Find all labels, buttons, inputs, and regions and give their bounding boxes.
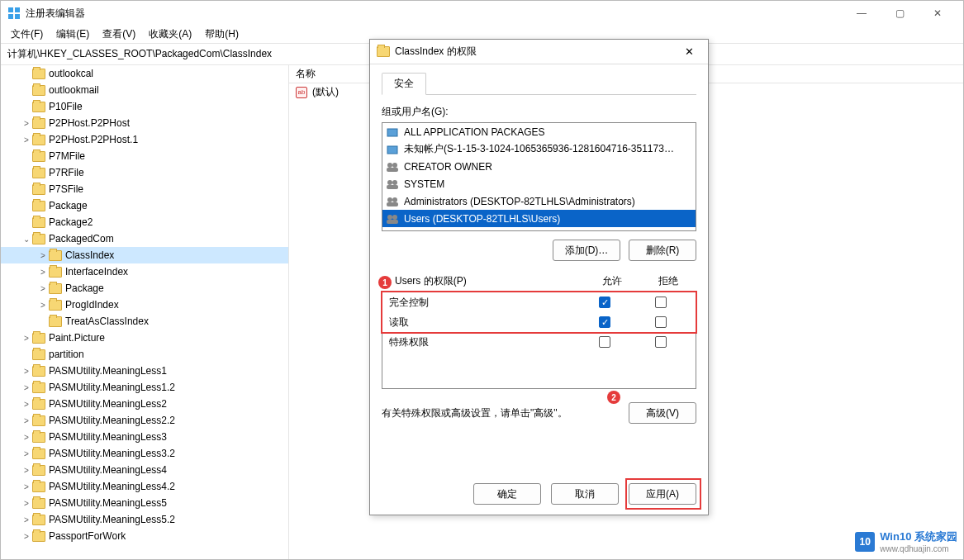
- tree-item[interactable]: >P2PHost.P2PHost.1: [1, 131, 288, 148]
- menu-edit[interactable]: 编辑(E): [51, 26, 94, 43]
- principals-list[interactable]: ALL APPLICATION PACKAGES未知帐户(S-1-15-3-10…: [382, 122, 696, 231]
- chevron-right-icon[interactable]: >: [21, 334, 32, 343]
- svg-rect-0: [8, 7, 13, 12]
- principal-row[interactable]: ALL APPLICATION PACKAGES: [382, 123, 696, 140]
- tree-item[interactable]: P7RFile: [1, 164, 288, 181]
- folder-icon: [32, 415, 45, 426]
- column-name[interactable]: 名称: [296, 67, 316, 81]
- chevron-right-icon[interactable]: >: [37, 301, 49, 310]
- tree-item[interactable]: >PASMUtility.MeaningLess3.2: [1, 445, 288, 462]
- chevron-right-icon[interactable]: >: [21, 499, 32, 508]
- principal-row[interactable]: 未知帐户(S-1-15-3-1024-1065365936-1281604716…: [382, 140, 696, 158]
- tree-item[interactable]: >PassportForWork: [1, 528, 288, 544]
- tab-security[interactable]: 安全: [382, 73, 426, 95]
- tree-item[interactable]: >PASMUtility.MeaningLess4: [1, 462, 288, 478]
- tree-item[interactable]: >Package: [1, 280, 288, 297]
- tree-item[interactable]: TreatAsClassIndex: [1, 313, 288, 330]
- folder-icon: [32, 432, 45, 443]
- tree-item[interactable]: >Paint.Picture: [1, 330, 288, 346]
- close-button[interactable]: ✕: [919, 1, 957, 26]
- menu-favorites[interactable]: 收藏夹(A): [144, 26, 197, 43]
- tree-item[interactable]: >PASMUtility.MeaningLess5.2: [1, 511, 288, 528]
- principal-row[interactable]: CREATOR OWNER: [382, 158, 696, 175]
- chevron-right-icon[interactable]: >: [21, 383, 32, 392]
- column-deny: 拒绝: [640, 274, 696, 288]
- tree-item[interactable]: >PASMUtility.MeaningLess1.2: [1, 379, 288, 396]
- tree-item[interactable]: Package2: [1, 214, 288, 230]
- tree-item-label: PackagedCom: [49, 233, 114, 244]
- ok-button[interactable]: 确定: [473, 483, 541, 505]
- tree-item[interactable]: P10File: [1, 98, 288, 115]
- tree-item[interactable]: Package: [1, 197, 288, 214]
- allow-checkbox[interactable]: ✓: [599, 316, 610, 328]
- chevron-right-icon[interactable]: >: [37, 284, 49, 293]
- tree-item-label: PASMUtility.MeaningLess1: [49, 365, 167, 377]
- remove-button[interactable]: 删除(R): [629, 240, 696, 261]
- menu-help[interactable]: 帮助(H): [200, 26, 244, 43]
- tree-item[interactable]: outlookmail: [1, 82, 288, 98]
- tree-item[interactable]: >InterfaceIndex: [1, 263, 288, 280]
- permissions-dialog: ClassIndex 的权限 ✕ 安全 组或用户名(G): ALL APPLIC…: [369, 39, 709, 515]
- tree-item[interactable]: >PASMUtility.MeaningLess2: [1, 396, 288, 412]
- menu-file[interactable]: 文件(F): [6, 26, 48, 43]
- chevron-right-icon[interactable]: >: [21, 532, 32, 541]
- tree-item[interactable]: >PASMUtility.MeaningLess4.2: [1, 478, 288, 495]
- tree-item[interactable]: >PASMUtility.MeaningLess5: [1, 495, 288, 511]
- advanced-button[interactable]: 高级(V): [629, 402, 696, 424]
- tree-item[interactable]: >ClassIndex: [1, 247, 288, 263]
- principal-row[interactable]: Users (DESKTOP-82TLHLS\Users): [382, 210, 696, 227]
- tree-item-label: outlookcal: [49, 68, 93, 79]
- tree-item[interactable]: >PASMUtility.MeaningLess1: [1, 363, 288, 379]
- minimize-button[interactable]: —: [843, 1, 881, 26]
- tree-item[interactable]: >PASMUtility.MeaningLess2.2: [1, 412, 288, 429]
- folder-icon: [32, 399, 45, 410]
- chevron-right-icon[interactable]: >: [21, 119, 32, 128]
- principal-row[interactable]: SYSTEM: [382, 175, 696, 192]
- svg-rect-8: [387, 168, 398, 172]
- tree-scroll[interactable]: outlookcaloutlookmailP10File>P2PHost.P2P…: [1, 65, 288, 559]
- deny-checkbox[interactable]: [655, 297, 667, 308]
- add-button[interactable]: 添加(D)…: [553, 240, 620, 261]
- tree-item[interactable]: ⌄PackagedCom: [1, 230, 288, 247]
- tree-item-label: outlookmail: [49, 84, 99, 96]
- tree-item[interactable]: >P2PHost.P2PHost: [1, 115, 288, 131]
- chevron-right-icon[interactable]: >: [21, 400, 32, 409]
- apply-button[interactable]: 应用(A): [629, 483, 696, 505]
- chevron-right-icon[interactable]: >: [21, 482, 32, 491]
- chevron-right-icon[interactable]: >: [21, 466, 32, 475]
- tree-item[interactable]: P7MFile: [1, 148, 288, 164]
- chevron-right-icon[interactable]: >: [21, 135, 32, 145]
- chevron-right-icon[interactable]: >: [21, 416, 32, 425]
- tree-item-label: PASMUtility.MeaningLess3: [49, 431, 167, 443]
- chevron-right-icon[interactable]: >: [21, 367, 32, 376]
- deny-checkbox[interactable]: [655, 336, 667, 348]
- menu-view[interactable]: 查看(V): [97, 26, 140, 43]
- chevron-right-icon[interactable]: >: [21, 433, 32, 442]
- chevron-right-icon[interactable]: >: [21, 449, 32, 458]
- cancel-button[interactable]: 取消: [551, 483, 619, 505]
- advanced-hint-text: 有关特殊权限或高级设置，请单击"高级"。: [382, 406, 629, 420]
- advanced-row: 有关特殊权限或高级设置，请单击"高级"。 2 高级(V): [382, 402, 696, 424]
- maximize-button[interactable]: ▢: [881, 1, 919, 26]
- permissions-header: 1 Users 的权限(P) 允许 拒绝: [382, 274, 696, 288]
- group-icon: [386, 161, 399, 173]
- chevron-right-icon[interactable]: >: [37, 251, 49, 260]
- tree-item-label: P2PHost.P2PHost.1: [49, 134, 138, 145]
- tree-item-label: Package: [49, 200, 88, 211]
- allow-checkbox[interactable]: [599, 336, 610, 348]
- chevron-right-icon[interactable]: >: [37, 268, 49, 277]
- principal-row[interactable]: Administrators (DESKTOP-82TLHLS\Administ…: [382, 192, 696, 210]
- tree-item[interactable]: >ProgIdIndex: [1, 297, 288, 313]
- principal-label: 未知帐户(S-1-15-3-1024-1065365936-1281604716…: [404, 142, 674, 156]
- tree-item-label: P10File: [49, 101, 83, 112]
- dialog-close-button[interactable]: ✕: [677, 45, 701, 58]
- tree-item[interactable]: partition: [1, 346, 288, 363]
- tree-item[interactable]: >PASMUtility.MeaningLess3: [1, 429, 288, 445]
- tree-item[interactable]: outlookcal: [1, 65, 288, 82]
- allow-checkbox[interactable]: ✓: [599, 297, 610, 308]
- deny-checkbox[interactable]: [655, 316, 667, 328]
- tab-strip: 安全: [382, 73, 696, 95]
- tree-item[interactable]: P7SFile: [1, 181, 288, 197]
- chevron-down-icon[interactable]: ⌄: [21, 235, 32, 244]
- chevron-right-icon[interactable]: >: [21, 515, 32, 524]
